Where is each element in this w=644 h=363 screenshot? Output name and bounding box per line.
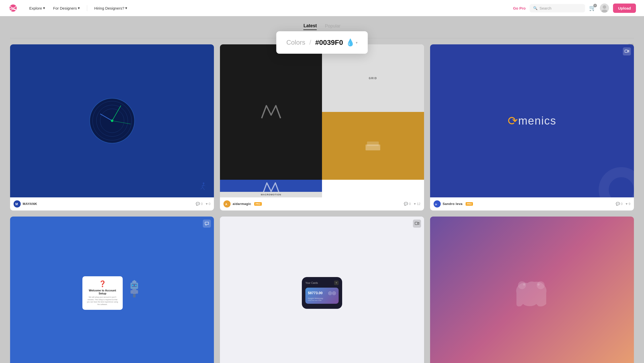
nav-hiring[interactable]: Hiring Designers? ▾ <box>91 4 130 12</box>
shots-grid: M MAYANK 💬 0 ♥ 0 <box>10 44 634 363</box>
cart-clear-badge[interactable] <box>593 4 597 7</box>
svg-rect-30 <box>133 294 136 297</box>
shot-thumbnail <box>430 217 634 363</box>
tab-latest[interactable]: Latest <box>303 22 317 30</box>
for-designers-chevron-icon: ▾ <box>78 6 80 10</box>
logo[interactable] <box>8 4 18 12</box>
shot-meta: SI Sandro Ieva PRO 💬 0 ♥ 9 <box>430 197 634 210</box>
omenics-logo: ⟳ menics <box>508 114 556 128</box>
author-name: aidarmagic <box>233 202 251 206</box>
author-avatar: A <box>223 200 231 207</box>
comment-count: 0 <box>201 202 203 206</box>
shot-thumbnail <box>10 44 214 197</box>
nav-hiring-label: Hiring Designers? <box>94 6 124 10</box>
main-nav: Explore ▾ For Designers ▾ Hiring Designe… <box>26 4 130 12</box>
author-name: MAYANK <box>23 202 37 206</box>
svg-text:A: A <box>225 203 227 206</box>
cart-button[interactable]: 🛒 <box>589 5 596 11</box>
card-name: Dwight Mckinney <box>308 297 336 299</box>
comment-count: 0 <box>409 202 411 206</box>
filter-color-picker[interactable]: 💧 ▾ <box>346 38 358 47</box>
nav-explore-label: Explore <box>29 6 42 10</box>
upload-button[interactable]: Upload <box>613 4 636 13</box>
hiring-chevron-icon: ▾ <box>125 6 127 10</box>
like-count: 12 <box>417 202 420 206</box>
svg-point-32 <box>134 280 135 282</box>
header: Explore ▾ For Designers ▾ Hiring Designe… <box>0 0 644 16</box>
search-icon: 🔍 <box>533 6 537 10</box>
shot-card[interactable]: ❓ Welcome to Account Setup We will setup… <box>10 217 214 363</box>
macro-name-label: MACROMOTION <box>220 192 322 197</box>
svg-line-10 <box>201 187 203 189</box>
filter-hex-value: #0039F0 <box>315 39 343 47</box>
shot-card[interactable]: M MAYANK 💬 0 ♥ 0 <box>10 44 214 210</box>
comment-count: 0 <box>621 202 623 206</box>
header-right: Go Pro 🔍 Search 🛒 Upload <box>513 4 636 13</box>
clock-face <box>89 98 135 143</box>
author-name: Sandro Ieva <box>443 202 463 206</box>
shot-card[interactable]: ⟳ menics SI Sandro Ieva PRO <box>430 44 634 210</box>
like-count: 0 <box>209 202 210 206</box>
svg-point-8 <box>203 183 204 184</box>
heart-icon: ♥ <box>206 202 208 206</box>
comment-stat: 💬 0 <box>404 202 411 206</box>
nav-for-designers-label: For Designers <box>53 6 77 10</box>
svg-rect-29 <box>136 290 138 294</box>
card-number: •333 •••• •••• •784 <box>308 299 336 301</box>
nav-for-designers[interactable]: For Designers ▾ <box>50 4 83 12</box>
like-stat: ♥ 9 <box>626 202 630 206</box>
heart-icon: ♥ <box>626 202 628 206</box>
comment-icon: 💬 <box>616 202 620 206</box>
setup-content: ❓ Welcome to Account Setup We will setup… <box>82 276 142 310</box>
shot-card[interactable]: C Author6 💬 0 ♥ 0 <box>430 217 634 363</box>
card-amount: $8773.00 <box>308 291 323 295</box>
like-count: 9 <box>629 202 630 206</box>
svg-rect-35 <box>415 222 418 225</box>
svg-point-40 <box>523 284 525 286</box>
explore-chevron-icon: ▾ <box>43 6 45 10</box>
comment-stat: 💬 0 <box>616 202 623 206</box>
video-icon-badge <box>413 220 421 228</box>
chat-icon-badge <box>203 220 211 228</box>
svg-point-26 <box>135 285 137 286</box>
shot-thumbnail: ❓ Welcome to Account Setup We will setup… <box>10 217 214 363</box>
phone-header: Your Cards + <box>305 281 339 285</box>
shot-author: SI Sandro Ieva PRO <box>434 200 473 207</box>
filter-prefix: Colors <box>286 39 305 46</box>
pro-badge: PRO <box>254 202 262 206</box>
search-input[interactable]: Search <box>539 6 552 10</box>
bg-decoration <box>599 167 634 197</box>
pro-badge: PRO <box>466 202 473 206</box>
search-bar[interactable]: 🔍 Search <box>530 4 585 12</box>
svg-rect-20 <box>625 50 628 52</box>
svg-rect-28 <box>131 290 133 294</box>
filter-popup: Colors / #0039F0 💧 ▾ <box>276 31 368 54</box>
nav-explore[interactable]: Explore ▾ <box>26 4 48 12</box>
shot-thumbnail: GRID <box>220 44 424 197</box>
main-content: M MAYANK 💬 0 ♥ 0 <box>0 34 644 363</box>
tab-popular[interactable]: Popular <box>325 22 340 30</box>
macro-dark-panel <box>220 44 322 180</box>
heart-icon: ♥ <box>414 202 416 206</box>
setup-card: ❓ Welcome to Account Setup We will setup… <box>82 276 123 310</box>
setup-subtitle: We will setup your account in just 5 min… <box>86 296 119 306</box>
svg-text:M: M <box>15 202 18 206</box>
go-pro-button[interactable]: Go Pro <box>513 6 526 10</box>
shot-meta: M MAYANK 💬 0 ♥ 0 <box>10 197 214 210</box>
macro-gold-panel <box>322 112 424 180</box>
svg-point-2 <box>603 5 606 9</box>
shot-thumbnail: ⟳ menics <box>430 44 634 197</box>
shot-card[interactable]: Your Cards + $8773.00 ◎◎ Dwight Mckinney… <box>220 217 424 363</box>
setup-title: Welcome to Account Setup <box>86 289 119 295</box>
shot-thumbnail: Your Cards + $8773.00 ◎◎ Dwight Mckinney… <box>220 217 424 363</box>
color-picker-chevron-icon[interactable]: ▾ <box>356 41 358 45</box>
svg-text:SI: SI <box>435 203 437 206</box>
author-avatar: SI <box>434 200 441 207</box>
svg-point-25 <box>132 285 134 286</box>
svg-line-13 <box>204 185 205 186</box>
shot-card[interactable]: GRID <box>220 44 424 210</box>
comment-icon: 💬 <box>196 202 200 206</box>
comment-icon: 💬 <box>404 202 408 206</box>
shot-author: M MAYANK <box>14 200 37 207</box>
avatar[interactable] <box>600 4 609 13</box>
